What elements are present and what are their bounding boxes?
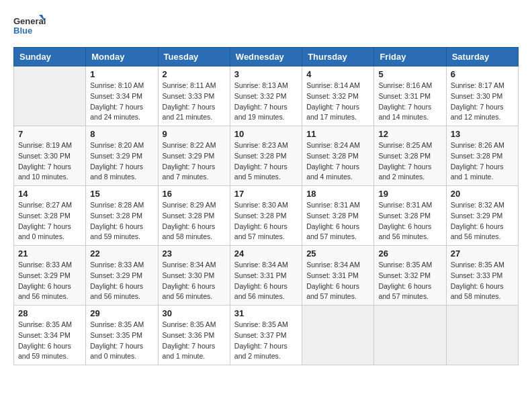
day-number: 1: [90, 69, 153, 79]
day-info: Sunrise: 8:19 AM Sunset: 3:30 PM Dayligh…: [18, 140, 81, 183]
day-info: Sunrise: 8:11 AM Sunset: 3:33 PM Dayligh…: [163, 81, 226, 123]
day-info: Sunrise: 8:26 AM Sunset: 3:28 PM Dayligh…: [451, 140, 514, 183]
day-info: Sunrise: 8:29 AM Sunset: 3:28 PM Dayligh…: [163, 200, 226, 242]
day-number: 28: [18, 308, 81, 318]
week-row-1: 1Sunrise: 8:10 AM Sunset: 3:34 PM Daylig…: [14, 66, 519, 126]
weekday-header-saturday: Saturday: [446, 48, 518, 66]
weekday-header-thursday: Thursday: [302, 48, 374, 66]
day-cell: 12Sunrise: 8:25 AM Sunset: 3:28 PM Dayli…: [374, 126, 446, 186]
day-number: 15: [90, 189, 153, 199]
day-cell: [446, 306, 518, 365]
day-cell: 24Sunrise: 8:34 AM Sunset: 3:31 PM Dayli…: [230, 246, 302, 306]
day-info: Sunrise: 8:35 AM Sunset: 3:37 PM Dayligh…: [234, 320, 298, 362]
day-info: Sunrise: 8:14 AM Sunset: 3:32 PM Dayligh…: [306, 81, 369, 123]
day-number: 30: [163, 308, 226, 318]
day-info: Sunrise: 8:20 AM Sunset: 3:29 PM Dayligh…: [90, 140, 153, 183]
week-row-4: 21Sunrise: 8:33 AM Sunset: 3:29 PM Dayli…: [14, 246, 519, 306]
week-row-5: 28Sunrise: 8:35 AM Sunset: 3:34 PM Dayli…: [14, 306, 519, 365]
weekday-header-wednesday: Wednesday: [230, 48, 302, 66]
calendar: SundayMondayTuesdayWednesdayThursdayFrid…: [13, 47, 519, 365]
day-number: 26: [378, 248, 441, 259]
day-cell: 15Sunrise: 8:28 AM Sunset: 3:28 PM Dayli…: [86, 186, 158, 246]
day-info: Sunrise: 8:30 AM Sunset: 3:28 PM Dayligh…: [234, 200, 298, 242]
day-info: Sunrise: 8:34 AM Sunset: 3:31 PM Dayligh…: [306, 260, 369, 302]
day-info: Sunrise: 8:31 AM Sunset: 3:28 PM Dayligh…: [306, 200, 369, 242]
day-cell: 3Sunrise: 8:13 AM Sunset: 3:32 PM Daylig…: [230, 66, 302, 126]
day-number: 11: [306, 129, 369, 139]
day-info: Sunrise: 8:10 AM Sunset: 3:34 PM Dayligh…: [90, 81, 153, 123]
logo-svg: General Blue: [13, 13, 47, 40]
day-info: Sunrise: 8:28 AM Sunset: 3:28 PM Dayligh…: [90, 200, 153, 242]
svg-text:Blue: Blue: [13, 26, 32, 36]
day-number: 5: [378, 69, 441, 79]
day-number: 31: [234, 308, 298, 318]
week-row-3: 14Sunrise: 8:27 AM Sunset: 3:28 PM Dayli…: [14, 186, 519, 246]
day-cell: 28Sunrise: 8:35 AM Sunset: 3:34 PM Dayli…: [14, 306, 86, 365]
day-cell: 23Sunrise: 8:34 AM Sunset: 3:30 PM Dayli…: [158, 246, 230, 306]
day-cell: [14, 66, 86, 126]
svg-text:General: General: [13, 16, 46, 26]
day-number: 24: [234, 248, 298, 259]
day-info: Sunrise: 8:13 AM Sunset: 3:32 PM Dayligh…: [234, 81, 298, 123]
day-info: Sunrise: 8:17 AM Sunset: 3:30 PM Dayligh…: [451, 81, 514, 123]
day-info: Sunrise: 8:31 AM Sunset: 3:28 PM Dayligh…: [378, 200, 441, 242]
day-info: Sunrise: 8:34 AM Sunset: 3:30 PM Dayligh…: [163, 260, 226, 302]
day-number: 10: [234, 129, 298, 139]
day-cell: 16Sunrise: 8:29 AM Sunset: 3:28 PM Dayli…: [158, 186, 230, 246]
day-cell: 18Sunrise: 8:31 AM Sunset: 3:28 PM Dayli…: [302, 186, 374, 246]
day-cell: 19Sunrise: 8:31 AM Sunset: 3:28 PM Dayli…: [374, 186, 446, 246]
day-number: 23: [163, 248, 226, 259]
day-number: 14: [18, 189, 81, 199]
weekday-header-monday: Monday: [86, 48, 158, 66]
day-cell: 13Sunrise: 8:26 AM Sunset: 3:28 PM Dayli…: [446, 126, 518, 186]
day-cell: 2Sunrise: 8:11 AM Sunset: 3:33 PM Daylig…: [158, 66, 230, 126]
weekday-header-sunday: Sunday: [14, 48, 86, 66]
weekday-header-row: SundayMondayTuesdayWednesdayThursdayFrid…: [14, 48, 519, 66]
day-info: Sunrise: 8:33 AM Sunset: 3:29 PM Dayligh…: [18, 260, 81, 302]
day-number: 8: [90, 129, 153, 139]
day-number: 12: [378, 129, 441, 139]
day-cell: 4Sunrise: 8:14 AM Sunset: 3:32 PM Daylig…: [302, 66, 374, 126]
day-number: 21: [18, 248, 81, 259]
day-cell: 22Sunrise: 8:33 AM Sunset: 3:29 PM Dayli…: [86, 246, 158, 306]
day-info: Sunrise: 8:25 AM Sunset: 3:28 PM Dayligh…: [378, 140, 441, 183]
day-cell: 30Sunrise: 8:35 AM Sunset: 3:36 PM Dayli…: [158, 306, 230, 365]
day-cell: 5Sunrise: 8:16 AM Sunset: 3:31 PM Daylig…: [374, 66, 446, 126]
weekday-header-friday: Friday: [374, 48, 446, 66]
day-info: Sunrise: 8:16 AM Sunset: 3:31 PM Dayligh…: [378, 81, 441, 123]
day-cell: 11Sunrise: 8:24 AM Sunset: 3:28 PM Dayli…: [302, 126, 374, 186]
day-cell: 1Sunrise: 8:10 AM Sunset: 3:34 PM Daylig…: [86, 66, 158, 126]
day-number: 27: [451, 248, 514, 259]
day-cell: 17Sunrise: 8:30 AM Sunset: 3:28 PM Dayli…: [230, 186, 302, 246]
day-cell: 27Sunrise: 8:35 AM Sunset: 3:33 PM Dayli…: [446, 246, 518, 306]
day-cell: 8Sunrise: 8:20 AM Sunset: 3:29 PM Daylig…: [86, 126, 158, 186]
day-info: Sunrise: 8:22 AM Sunset: 3:29 PM Dayligh…: [163, 140, 226, 183]
day-info: Sunrise: 8:27 AM Sunset: 3:28 PM Dayligh…: [18, 200, 81, 242]
day-cell: 14Sunrise: 8:27 AM Sunset: 3:28 PM Dayli…: [14, 186, 86, 246]
day-cell: 10Sunrise: 8:23 AM Sunset: 3:28 PM Dayli…: [230, 126, 302, 186]
day-info: Sunrise: 8:35 AM Sunset: 3:34 PM Dayligh…: [18, 320, 81, 362]
day-number: 17: [234, 189, 298, 199]
day-number: 3: [234, 69, 298, 79]
day-cell: 25Sunrise: 8:34 AM Sunset: 3:31 PM Dayli…: [302, 246, 374, 306]
day-cell: 7Sunrise: 8:19 AM Sunset: 3:30 PM Daylig…: [14, 126, 86, 186]
day-number: 18: [306, 189, 369, 199]
day-cell: 21Sunrise: 8:33 AM Sunset: 3:29 PM Dayli…: [14, 246, 86, 306]
day-number: 9: [163, 129, 226, 139]
day-cell: 31Sunrise: 8:35 AM Sunset: 3:37 PM Dayli…: [230, 306, 302, 365]
day-cell: 29Sunrise: 8:35 AM Sunset: 3:35 PM Dayli…: [86, 306, 158, 365]
day-number: 6: [451, 69, 514, 79]
day-cell: 6Sunrise: 8:17 AM Sunset: 3:30 PM Daylig…: [446, 66, 518, 126]
day-cell: [374, 306, 446, 365]
day-info: Sunrise: 8:24 AM Sunset: 3:28 PM Dayligh…: [306, 140, 369, 183]
day-info: Sunrise: 8:35 AM Sunset: 3:36 PM Dayligh…: [163, 320, 226, 362]
day-number: 25: [306, 248, 369, 259]
day-info: Sunrise: 8:35 AM Sunset: 3:32 PM Dayligh…: [378, 260, 441, 302]
day-cell: 20Sunrise: 8:32 AM Sunset: 3:29 PM Dayli…: [446, 186, 518, 246]
weekday-header-tuesday: Tuesday: [158, 48, 230, 66]
day-cell: [302, 306, 374, 365]
day-info: Sunrise: 8:32 AM Sunset: 3:29 PM Dayligh…: [451, 200, 514, 242]
day-number: 2: [163, 69, 226, 79]
day-info: Sunrise: 8:33 AM Sunset: 3:29 PM Dayligh…: [90, 260, 153, 302]
day-info: Sunrise: 8:23 AM Sunset: 3:28 PM Dayligh…: [234, 140, 298, 183]
